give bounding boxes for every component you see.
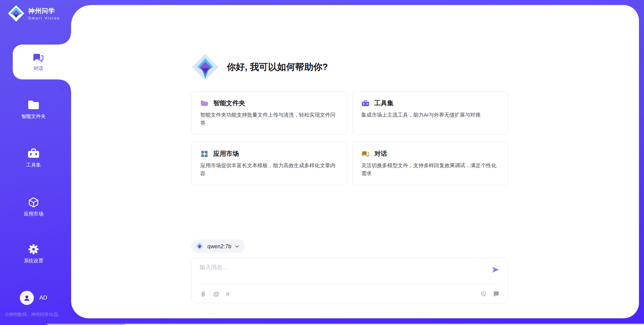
feature-cards: 智能文件夹 智能文件夹功能支持批量文件上传与清洗，轻松实现文件问答 工具集 集成… <box>191 91 508 185</box>
toolbox-icon <box>27 148 40 159</box>
card-title: 智能文件夹 <box>213 99 245 108</box>
sidebar-item-smart-folder[interactable]: 智能文件夹 <box>0 99 67 120</box>
assistant-diamond-icon <box>191 53 219 81</box>
card-chat[interactable]: 对话 灵活切换多模型文件，支持多样回复效果调试，满足个性化需求 <box>352 142 508 185</box>
copyright-footer: ©神州数码 · 神州问学出品 <box>5 312 58 318</box>
card-description: 灵活切换多模型文件，支持多样回复效果调试，满足个性化需求 <box>361 161 499 178</box>
horizontal-scrollbar-thumb[interactable] <box>47 324 125 325</box>
gear-icon <box>27 244 40 255</box>
card-app-market[interactable]: 应用市场 应用市场提供丰富长文本模板，助力高效生成多样化文章内容 <box>191 142 347 185</box>
user-name: AD <box>39 295 47 301</box>
send-icon[interactable] <box>491 265 500 274</box>
card-description: 应用市场提供丰富长文本模板，助力高效生成多样化文章内容 <box>200 161 338 178</box>
person-icon <box>23 294 31 302</box>
brand-subtitle: Smart Vision <box>28 16 60 20</box>
chevron-down-icon <box>234 244 239 249</box>
tab-concave-corner-bottom <box>60 79 71 91</box>
chat-icon <box>361 150 370 158</box>
message-input[interactable] <box>200 263 488 281</box>
sidebar-item-label: 工具集 <box>26 162 41 168</box>
card-title: 应用市场 <box>213 149 239 158</box>
sidebar-item-app-market[interactable]: 应用市场 <box>0 197 67 217</box>
sidebar-item-toolset[interactable]: 工具集 <box>0 148 67 168</box>
model-selector[interactable]: qwen2:7b <box>191 240 245 253</box>
user-menu[interactable]: AD <box>0 291 67 305</box>
sidebar-item-label: 对话 <box>34 65 43 72</box>
message-composer: @ # <box>191 258 508 303</box>
mention-icon[interactable]: @ <box>213 291 219 297</box>
folder-icon <box>27 99 40 111</box>
sidebar-item-label: 应用市场 <box>24 211 43 217</box>
avatar <box>20 291 34 305</box>
sidebar-item-label: 系统设置 <box>24 258 43 264</box>
brand-diamond-icon <box>7 5 25 22</box>
chat-icon <box>32 53 44 63</box>
composer-divider <box>200 284 500 284</box>
cube-icon <box>27 197 40 208</box>
folder-open-icon <box>200 100 209 107</box>
toolbox-icon <box>361 100 370 107</box>
brand-logo: 神州问学 Smart Vision <box>7 5 60 22</box>
apps-grid-icon <box>200 150 209 158</box>
attachment-icon[interactable] <box>200 290 207 298</box>
card-description: 智能文件夹功能支持批量文件上传与清洗，轻松实现文件问答 <box>200 111 338 127</box>
chat-bubble-icon[interactable] <box>493 290 500 298</box>
history-icon[interactable] <box>480 290 487 298</box>
card-title: 对话 <box>374 149 387 158</box>
sidebar-item-settings[interactable]: 系统设置 <box>0 244 67 264</box>
horizontal-scrollbar-track <box>47 324 644 325</box>
card-smart-folder[interactable]: 智能文件夹 智能文件夹功能支持批量文件上传与清洗，轻松实现文件问答 <box>191 91 347 135</box>
hashtag-icon[interactable]: # <box>226 291 229 297</box>
card-description: 集成市场上主流工具，助力AI与外界无缝扩展与对接 <box>361 111 499 119</box>
sidebar-item-label: 智能文件夹 <box>21 113 46 120</box>
greeting-block: 你好, 我可以如何帮助你? <box>191 53 508 81</box>
greeting-title: 你好, 我可以如何帮助你? <box>227 61 328 73</box>
sidebar-item-chat[interactable]: 对话 <box>13 45 72 79</box>
tab-concave-corner-top <box>60 33 71 45</box>
card-toolset[interactable]: 工具集 集成市场上主流工具，助力AI与外界无缝扩展与对接 <box>352 91 508 135</box>
main-panel: 你好, 我可以如何帮助你? 智能文件夹 智能文件夹功能支持批量文件上传与清洗，轻… <box>71 5 639 318</box>
sidebar: 神州问学 Smart Vision 对话 智能文件夹 工具集 <box>0 0 71 325</box>
gem-diamond-icon <box>195 242 204 251</box>
card-title: 工具集 <box>374 99 393 108</box>
model-name: qwen2:7b <box>207 243 231 250</box>
brand-name: 神州问学 <box>28 7 60 15</box>
